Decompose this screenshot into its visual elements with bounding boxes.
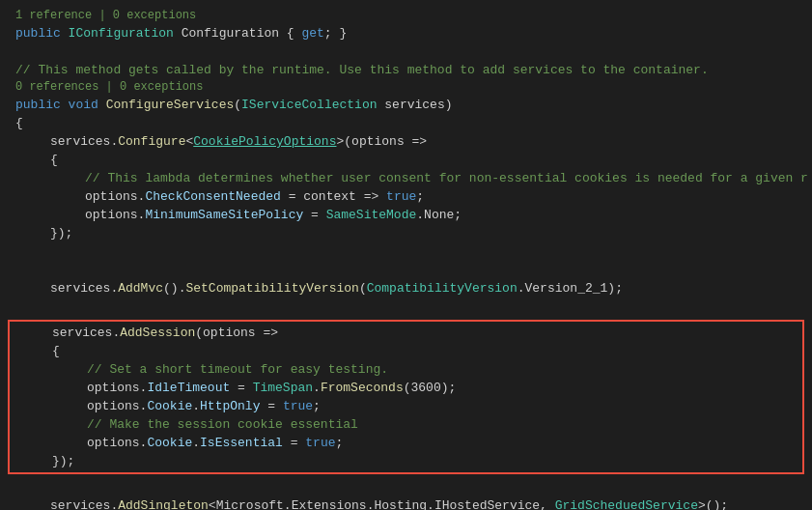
code-text: (). [163,279,185,298]
keyword-true3: true [305,434,335,452]
method-fromseconds: FromSeconds [321,379,404,397]
code-line-session-close: }); [10,452,802,470]
comment-text: // This method gets called by the runtim… [15,61,709,79]
code-text: options. [85,206,145,224]
code-text: >(); [698,496,728,510]
type-timespan: TimeSpan [253,379,313,397]
keyword-get: get [301,24,323,42]
prop-isessential: IsEssential [200,434,283,452]
code-text: <Microsoft.Extensions.Hosting.IHostedSer… [209,496,555,510]
brace-session: { [52,342,60,360]
code-text: ( [359,279,367,298]
code-line-minsamesite: options.MinimumSameSitePolicy = SameSite… [0,206,812,224]
comment-timeout: // Set a short timeout for easy testing. [10,360,802,379]
code-line-brace2: { [0,151,812,169]
keyword-public2: public [15,96,69,114]
comment-timeout-text: // Set a short timeout for easy testing. [87,360,388,379]
keyword-true2: true [283,397,313,415]
comment-essential-text: // Make the session cookie essential [87,415,358,434]
method-configureservices: ConfigureServices [106,96,235,114]
meta-references-line: 1 reference | 0 exceptions [0,8,812,24]
keyword-true: true [386,187,416,206]
method-setcompat: SetCompatibilityVersion [185,279,358,298]
code-line-configure: services.Configure<CookiePolicyOptions>(… [0,132,812,151]
brace: { [50,151,58,169]
method-addsingleton: AddSingleton [118,496,209,510]
code-text: options. [87,397,147,415]
comment-text2: // This lambda determines whether user c… [85,169,808,187]
code-text: = [260,397,282,415]
code-text: services. [50,496,118,510]
empty-line2 [0,242,812,261]
highlighted-session-block: services.AddSession(options => { // Set … [8,320,804,474]
code-line: public IConfiguration Configuration { ge… [0,24,812,42]
code-text: (options => [195,324,278,342]
prop-checkconsent: CheckConsentNeeded [145,187,280,206]
code-text: options. [85,187,145,206]
empty-line3 [0,261,812,279]
code-line-addsession: services.AddSession(options => [10,324,802,342]
code-line-idletimeout: options.IdleTimeout = TimeSpan.FromSecon… [10,379,802,397]
code-text: . [313,379,321,397]
code-line-checkconsent: options.CheckConsentNeeded = context => … [0,187,812,206]
comment-essential: // Make the session cookie essential [10,415,802,434]
code-text: .None; [416,206,462,224]
code-text: .Version_2_1); [518,279,623,298]
code-text: Configuration { [174,24,302,42]
code-line-addsingleton: services.AddSingleton<Microsoft.Extensio… [0,496,812,510]
code-text: options. [87,379,147,397]
code-line-closeparen: }); [0,224,812,242]
comment-line: // This method gets called by the runtim… [0,61,812,79]
type-gridscheduedservice: GridScheduedService [555,496,698,510]
empty-line5 [0,478,812,496]
empty-line [0,42,812,61]
code-line-addmvc: services.AddMvc().SetCompatibilityVersio… [0,279,812,298]
code-text: < [185,132,193,151]
prop-cookie: Cookie [147,397,192,415]
code-text: . [192,434,200,452]
code-text: ; [416,187,424,206]
code-text: services. [50,132,118,151]
comment-lambda: // This lambda determines whether user c… [0,169,812,187]
code-text: ; [336,434,344,452]
code-text: . [192,397,200,415]
code-line-configureservices: public void ConfigureServices(IServiceCo… [0,96,812,114]
type-samesitemode: SameSiteMode [326,206,417,224]
code-text: services. [52,324,120,342]
brace-open: { [15,114,23,132]
prop-minsamesite: MinimumSameSitePolicy [145,206,303,224]
code-line-brace-open: { [0,114,812,132]
code-editor: 1 reference | 0 exceptions public IConfi… [0,0,812,510]
code-line-httponly: options.Cookie.HttpOnly = true; [10,397,802,415]
type-iservicecollection: IServiceCollection [241,96,377,114]
code-text: (3600); [404,379,457,397]
code-text: >(options => [336,132,427,151]
code-text: = [283,434,305,452]
code-text: ( [234,96,241,114]
meta-references-line-2: 0 references | 0 exceptions [0,79,812,96]
type-cookiepolicyoptions: CookiePolicyOptions [193,132,336,151]
keyword-public: public [15,24,69,42]
prop-httponly: HttpOnly [200,397,260,415]
method-addmvc: AddMvc [118,279,163,298]
empty-line4 [0,298,812,316]
method-addsession: AddSession [120,324,195,342]
code-line-isessential: options.Cookie.IsEssential = true; [10,434,802,452]
code-text: services. [50,279,118,298]
prop-cookie2: Cookie [147,434,192,452]
prop-idletimeout: IdleTimeout [147,379,230,397]
code-line-session-brace: { [10,342,802,360]
code-text: options. [87,434,147,452]
code-text: = [230,379,252,397]
code-text: }); [52,452,74,470]
keyword-void: void [69,96,106,114]
method-configure: Configure [118,132,185,151]
code-text: = [303,206,325,224]
code-text: }); [50,224,72,242]
code-text: services) [378,96,453,114]
type-iconfiguration: IConfiguration [69,24,174,42]
code-text: ; [313,397,321,415]
type-compatversion: CompatibilityVersion [367,279,518,298]
code-text: = context => [281,187,386,206]
code-text: ; } [324,24,347,42]
